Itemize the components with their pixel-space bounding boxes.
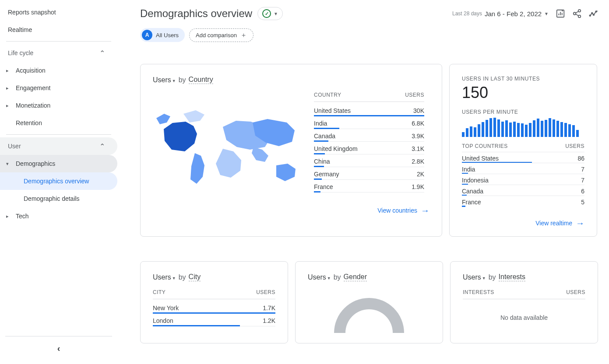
view-realtime-link[interactable]: View realtime → (535, 219, 584, 228)
row-label: United States (462, 155, 499, 162)
row-label: Germany (314, 171, 339, 178)
spark-bar (545, 120, 547, 137)
table-row[interactable]: London1.2K (153, 314, 275, 326)
col-city: CITY (153, 289, 165, 295)
main-content: Demographics overview ✓ ▼ Last 28 days J… (117, 0, 609, 364)
realtime-heading: USERS IN LAST 30 MINUTES (462, 76, 584, 82)
spark-bar (525, 125, 528, 137)
table-row[interactable]: New York1.7K (153, 301, 275, 314)
spark-bar (513, 122, 516, 137)
row-value: 1.9K (412, 183, 424, 190)
sidebar-item-reports-snapshot[interactable]: Reports snapshot (0, 4, 117, 21)
card-realtime: USERS IN LAST 30 MINUTES 150 USERS PER M… (449, 64, 597, 237)
world-map[interactable] (153, 92, 302, 194)
date-range-picker[interactable]: Last 28 days Jan 6 - Feb 2, 2022 ▼ (452, 10, 549, 18)
sidebar-section-label: User (8, 143, 21, 150)
table-row[interactable]: United States86 (462, 152, 584, 163)
metric-label: Users (153, 76, 171, 84)
spark-bar (489, 118, 492, 137)
chevron-down-icon: ▼ (172, 276, 176, 280)
row-value: 30K (413, 107, 424, 114)
spark-bar (568, 124, 571, 137)
chevron-down-icon: ▼ (482, 276, 486, 280)
sidebar-collapse[interactable]: ‹ (5, 336, 112, 360)
dimension-selector[interactable]: Interests (499, 273, 525, 281)
sidebar-item-demographic-details[interactable]: Demographic details (0, 190, 117, 207)
sidebar-item-demographics[interactable]: ▾ Demographics (0, 155, 117, 172)
metric-label: Users (463, 273, 481, 281)
share-icon[interactable] (572, 9, 582, 18)
col-users: USERS (565, 143, 584, 149)
sidebar-item-monetization[interactable]: ▸ Monetization (0, 97, 117, 114)
donut-chart (308, 289, 430, 333)
row-label: India (314, 120, 327, 127)
segment-badge: A (142, 30, 152, 40)
table-row[interactable]: United Kingdom3.1K (314, 142, 424, 154)
sidebar-item-realtime[interactable]: Realtime (0, 21, 117, 38)
by-label: by (179, 76, 186, 84)
spark-bar (470, 126, 472, 137)
table-row[interactable]: Indonesia7 (462, 174, 584, 185)
link-label: View countries (377, 207, 417, 214)
realtime-value: 150 (462, 84, 584, 102)
row-value: 6.8K (412, 120, 424, 127)
table-row[interactable]: India6.8K (314, 116, 424, 129)
row-value: 6 (581, 188, 584, 195)
row-label: China (314, 158, 330, 165)
dimension-selector[interactable]: City (189, 273, 201, 281)
table-row[interactable]: France1.9K (314, 180, 424, 192)
svg-point-1 (578, 10, 581, 12)
no-data-label: No data available (463, 301, 585, 334)
page-title: Demographics overview (140, 7, 252, 20)
caret-right-icon: ▸ (6, 85, 9, 91)
table-row[interactable]: Canada3.9K (314, 129, 424, 142)
metric-selector[interactable]: Users▼ (308, 273, 331, 281)
spark-bar (564, 123, 567, 137)
svg-point-5 (591, 13, 593, 14)
spark-bar (529, 123, 532, 137)
view-countries-link[interactable]: View countries → (377, 206, 429, 215)
arrow-right-icon: → (576, 219, 584, 228)
arrow-right-icon: → (421, 206, 429, 215)
col-users: USERS (566, 289, 585, 295)
country-table: COUNTRY USERS United States30KIndia6.8KC… (314, 92, 424, 192)
svg-point-3 (578, 15, 581, 18)
table-row[interactable]: India7 (462, 163, 584, 174)
row-value: 86 (577, 155, 584, 162)
row-label: United Kingdom (314, 145, 358, 152)
chevron-up-icon: ⌃ (99, 49, 105, 57)
card-users-by-country: Users▼ by Country (140, 64, 442, 237)
sidebar-section-lifecycle[interactable]: Life cycle ⌃ (0, 44, 117, 62)
status-pill[interactable]: ✓ ▼ (257, 7, 283, 20)
table-row[interactable]: Canada6 (462, 185, 584, 196)
card-users-by-interests: Users▼ by Interests INTERESTS USERS No d… (450, 261, 598, 343)
insights-icon[interactable] (589, 9, 598, 18)
add-comparison-button[interactable]: Add comparison ＋ (189, 28, 253, 42)
sidebar-item-engagement[interactable]: ▸ Engagement (0, 79, 117, 97)
row-value: 1.7K (263, 304, 275, 312)
table-row[interactable]: Germany2K (314, 167, 424, 180)
sidebar-item-demographics-overview[interactable]: Demographics overview (0, 172, 117, 190)
segment-all-users[interactable]: A All Users (140, 28, 185, 42)
sidebar-item-retention[interactable]: Retention (0, 114, 117, 132)
divider (6, 134, 111, 135)
sidebar-item-tech[interactable]: ▸ Tech (0, 207, 117, 225)
sidebar-item-acquisition[interactable]: ▸ Acquisition (0, 62, 117, 79)
metric-selector[interactable]: Users▼ (153, 273, 176, 281)
sidebar-section-user[interactable]: User ⌃ (0, 137, 117, 155)
card-users-by-gender: Users▼ by Gender (295, 261, 443, 343)
date-range-value: Jan 6 - Feb 2, 2022 (485, 10, 542, 18)
metric-selector[interactable]: Users▼ (463, 273, 486, 281)
by-label: by (489, 273, 496, 281)
dimension-selector[interactable]: Gender (344, 273, 367, 281)
table-row[interactable]: France5 (462, 196, 584, 206)
spark-bar (466, 128, 468, 137)
dimension-selector[interactable]: Country (189, 76, 213, 84)
table-row[interactable]: United States30K (314, 104, 424, 116)
segment-row: A All Users Add comparison ＋ (140, 28, 598, 42)
plus-icon: ＋ (240, 31, 247, 39)
metric-selector[interactable]: Users▼ (153, 76, 176, 84)
table-row[interactable]: China2.8K (314, 154, 424, 167)
row-value: 2.8K (412, 158, 424, 165)
customize-report-icon[interactable] (556, 9, 565, 18)
